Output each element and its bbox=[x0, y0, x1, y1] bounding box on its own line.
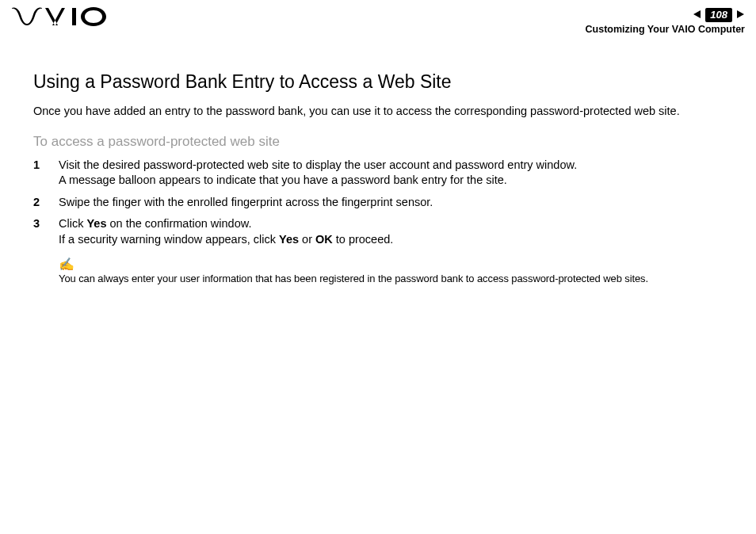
step-text-bold: Yes bbox=[86, 217, 106, 230]
step-body: Swipe the finger with the enrolled finge… bbox=[59, 195, 433, 211]
header-right: 108 Customizing Your VAIO Computer bbox=[586, 6, 745, 35]
step-number: 3 bbox=[33, 216, 59, 247]
svg-rect-0 bbox=[72, 8, 76, 25]
step-body: Visit the desired password-protected web… bbox=[59, 158, 577, 189]
step-text: A message balloon appears to indicate th… bbox=[59, 174, 507, 186]
note-section: ✍ You can always enter your user informa… bbox=[33, 258, 723, 284]
note-icon: ✍ bbox=[59, 258, 723, 271]
list-item: 3 Click Yes on the confirmation window. … bbox=[33, 216, 723, 247]
intro-paragraph: Once you have added an entry to the pass… bbox=[33, 104, 723, 120]
step-text: If a security warning window appears, cl… bbox=[59, 233, 279, 246]
nav-prev-icon[interactable] bbox=[693, 8, 702, 22]
page-header: 108 Customizing Your VAIO Computer bbox=[0, 0, 756, 33]
step-number: 2 bbox=[33, 195, 59, 211]
step-text: or bbox=[299, 233, 315, 246]
svg-marker-2 bbox=[737, 10, 744, 18]
sub-heading: To access a password-protected web site bbox=[33, 134, 723, 150]
svg-marker-1 bbox=[693, 10, 701, 18]
page-nav: 108 bbox=[586, 8, 745, 22]
page-content: Using a Password Bank Entry to Access a … bbox=[0, 33, 756, 284]
step-text: Swipe the finger with the enrolled finge… bbox=[59, 196, 433, 208]
page-title: Using a Password Bank Entry to Access a … bbox=[33, 71, 723, 93]
page-number-badge: 108 bbox=[705, 8, 732, 22]
step-text: Visit the desired password-protected web… bbox=[59, 158, 577, 171]
section-name: Customizing Your VAIO Computer bbox=[586, 24, 745, 35]
list-item: 1 Visit the desired password-protected w… bbox=[33, 158, 723, 189]
step-number: 1 bbox=[33, 158, 59, 189]
nav-next-icon[interactable] bbox=[735, 8, 745, 22]
step-text: Click bbox=[59, 217, 86, 230]
note-text: You can always enter your user informati… bbox=[59, 273, 723, 284]
list-item: 2 Swipe the finger with the enrolled fin… bbox=[33, 195, 723, 211]
step-text: on the confirmation window. bbox=[106, 217, 251, 230]
vaio-logo bbox=[11, 6, 114, 27]
step-body: Click Yes on the confirmation window. If… bbox=[59, 216, 393, 247]
step-text: to proceed. bbox=[333, 233, 394, 246]
steps-list: 1 Visit the desired password-protected w… bbox=[33, 158, 723, 248]
step-text-bold: OK bbox=[315, 233, 333, 246]
step-text-bold: Yes bbox=[279, 233, 299, 246]
